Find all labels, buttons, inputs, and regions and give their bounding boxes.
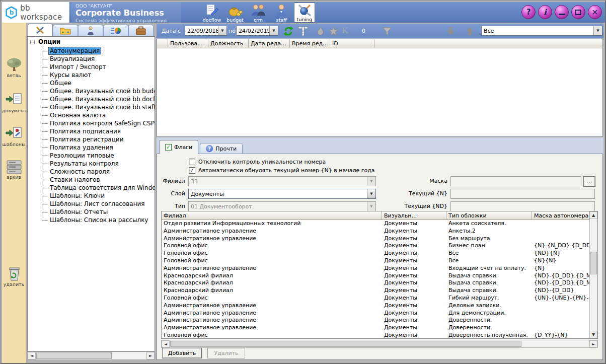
tree-item[interactable]: Общее [28,79,155,87]
tree-item[interactable]: Ставки налогов [28,176,155,184]
sidebar-item-documents[interactable]: документы [2,92,26,113]
module-docflow[interactable]: docflow [201,3,222,23]
date-from-select[interactable]: 22/09/2018 [185,26,227,36]
scroll-up-button[interactable] [589,211,597,219]
column-header[interactable] [157,39,168,48]
module-tuning[interactable]: tuning [294,3,315,23]
tab-folders[interactable] [53,25,78,36]
ruler-button[interactable] [297,26,309,36]
help-button[interactable]: ? [521,5,536,19]
table-row[interactable]: Головной офисДокументыБизнес-план.{N}-{N… [162,242,589,250]
scroll-left-button[interactable] [162,340,170,347]
module-budget[interactable]: budget [224,3,246,23]
table-row[interactable]: Административное управлениеДокументыВход… [162,265,589,272]
layer-select[interactable]: Документы [188,189,376,199]
column-header[interactable]: Маска автономера [532,211,589,220]
column-header[interactable]: Тип обложки [446,211,532,220]
sidebar-item-templates[interactable]: шаблоны [2,126,26,147]
tab-users[interactable] [78,25,103,36]
tree-item[interactable]: Политика удаления [28,143,155,152]
sidebar-item-archive[interactable]: архив [2,159,26,180]
minimize-button[interactable] [555,5,569,19]
table-row[interactable]: Головной офисДокументыВсе{N}{N} [162,257,589,265]
tree-item[interactable]: Импорт / Экспорт [28,63,155,71]
scroll-right-button[interactable] [146,352,155,359]
info-button[interactable]: i [538,5,552,19]
sidebar-item-branch[interactable]: ветвь [2,57,26,78]
tree-item[interactable]: Результаты контроля [28,160,155,168]
sidebar-item-delete[interactable]: удалить [2,265,26,287]
table-row[interactable]: Административное управлениеДокументыДля … [162,310,589,317]
close-button[interactable] [588,5,602,19]
move-down-button[interactable] [444,26,457,36]
tab-other[interactable]: Прочти [200,143,243,154]
table-row[interactable]: Административное управлениеДокументыДове… [162,324,589,332]
tree-item[interactable]: Шаблоны: Ключи [28,192,155,200]
table-row[interactable]: Отдел развития Информационных технологий… [162,220,589,228]
dropdown-arrow-icon[interactable] [218,26,226,35]
tree-item[interactable]: Политика подписания [28,127,155,135]
tree-item[interactable]: Сложность пароля [28,168,155,176]
date-to-select[interactable]: 24/02/2019 [236,26,278,36]
column-header[interactable]: Визуальн... [382,211,446,220]
tree-item[interactable]: Политика контроля SafeSign CSP [28,119,155,127]
dropdown-arrow-icon[interactable] [269,26,278,35]
refresh-button[interactable] [282,26,294,36]
tree-item[interactable]: Шаблоны: Лист согласования [28,200,155,208]
column-header[interactable]: Пользова... [168,39,208,48]
tree-item[interactable]: Политика регистрации [28,135,155,143]
tree-item[interactable]: Шаблоны: Отчеты [28,208,155,216]
tree-horizontal-scrollbar[interactable] [27,351,155,360]
tree-item[interactable]: Таблица соответствия для Windows-авто [28,184,155,192]
tree-root[interactable]: Опции [28,38,155,47]
unique-number-checkbox[interactable] [189,159,195,165]
module-staff[interactable]: staff [271,3,292,23]
tree-item[interactable]: Общее. Визуальный слой bb docflow [28,95,155,103]
vertical-scrollbar[interactable] [589,211,597,338]
table-row[interactable]: Административное управлениеДокументыДове… [162,317,589,324]
tree-item[interactable]: Основная валюта [28,111,155,119]
tree-item[interactable]: Автонумерация [28,47,155,55]
tab-tools[interactable] [28,24,53,36]
column-header[interactable]: ID [330,39,374,48]
scroll-left-button[interactable] [28,352,36,359]
scroll-thumb[interactable] [170,341,521,347]
table-row[interactable]: Краснодарский филиалДокументыВыдача спра… [162,279,589,287]
table-row[interactable]: Краснодарский филиалДокументыВыдача спра… [162,287,589,295]
table-horizontal-scrollbar[interactable] [161,340,598,348]
scroll-thumb[interactable] [590,252,597,274]
mask-browse-button[interactable]: ... [583,176,595,187]
column-header[interactable]: Филиал [162,211,382,220]
tree-item[interactable]: Шаблоны: Список на рассылку [28,216,155,224]
scope-select[interactable]: Все [481,26,602,36]
tab-flags[interactable]: Флаги [159,140,198,154]
dropdown-arrow-icon[interactable] [367,189,375,198]
maximize-button[interactable] [571,5,585,19]
collapse-icon[interactable] [30,40,35,44]
table-row[interactable]: Головной офисДокументыВсе{ND}{N} [162,250,589,257]
dropdown-arrow-icon[interactable] [593,26,602,35]
column-header[interactable]: Должность [208,39,249,48]
tree-item[interactable]: Визуализация [28,55,155,63]
tab-reports[interactable] [103,25,128,36]
table-row[interactable]: Краснодарский филиалДокументыВыдача спра… [162,272,589,280]
table-row[interactable]: Административное управлениеДокументыДело… [162,302,589,310]
reset-number-checkbox[interactable] [189,167,195,174]
table-row[interactable]: Административное управлениеДокументыБез … [162,235,589,243]
column-header[interactable]: Дата реда... [249,39,290,48]
tree-item[interactable]: Курсы валют [28,71,155,79]
tree-item[interactable]: Общее. Визуальный слой bb staff [28,103,155,111]
filter-funnel-button[interactable] [381,26,393,36]
tree-item[interactable]: Резолюции типовые [28,152,155,160]
scroll-down-button[interactable] [589,331,597,338]
module-crm[interactable]: crm [248,3,269,23]
tab-briefcase[interactable] [128,25,154,36]
column-header[interactable]: Время ред... [290,39,330,48]
table-row[interactable]: Административное управлениеДокументыАнке… [162,228,589,235]
table-row[interactable]: Головной офисДокументыГибкий маршрут.{UN… [162,295,589,302]
tree-item[interactable]: Общее. Визуальный слой bb budget [28,87,155,95]
table-row[interactable]: Головной офисДокументыДоверенность получ… [162,332,589,338]
add-button[interactable]: Добавить [162,348,202,358]
scroll-right-button[interactable] [589,340,597,347]
scroll-thumb[interactable] [36,352,112,359]
